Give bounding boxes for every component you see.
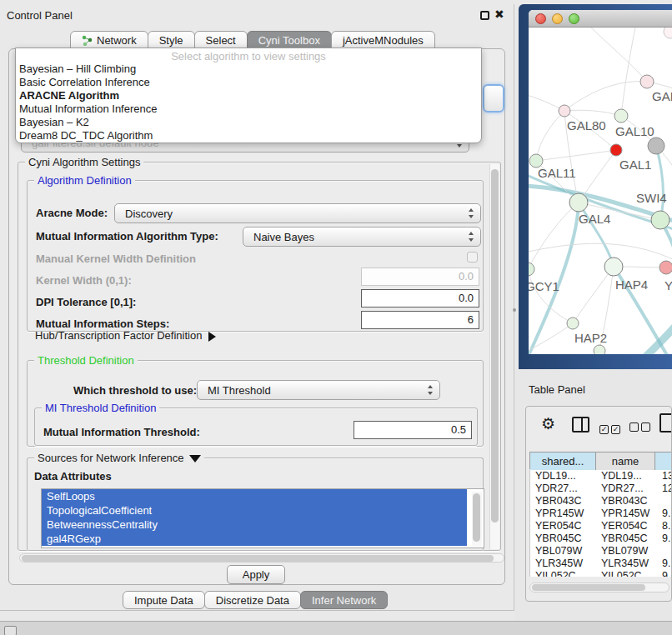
mi-threshold-title: MI Threshold Definition bbox=[42, 402, 159, 414]
table-row[interactable]: YBL079WYBL079W bbox=[530, 545, 672, 558]
network-edge[interactable] bbox=[536, 150, 616, 161]
network-edge[interactable] bbox=[536, 111, 564, 161]
which-threshold-combo[interactable]: MI Threshold bbox=[197, 380, 440, 400]
float-icon[interactable] bbox=[480, 11, 489, 20]
network-edge[interactable] bbox=[564, 82, 647, 111]
scrollbar-thumb[interactable] bbox=[491, 169, 499, 522]
checked-columns-icon[interactable]: ✓✓ bbox=[599, 420, 623, 435]
column-header-name[interactable]: name bbox=[596, 452, 655, 470]
tab-network[interactable]: Network bbox=[70, 31, 148, 49]
control-panel-title: Control Panel bbox=[7, 9, 73, 22]
node-gray[interactable] bbox=[648, 138, 664, 154]
algorithm-combo-focus-fragment[interactable] bbox=[483, 84, 504, 112]
column-header-shared[interactable]: shared... bbox=[530, 452, 596, 470]
network-edge[interactable] bbox=[591, 28, 647, 82]
scrollbar-thumb[interactable] bbox=[22, 555, 494, 562]
node-gal1[interactable] bbox=[610, 144, 622, 156]
tab-infer-network[interactable]: Infer Network bbox=[300, 591, 388, 609]
node-hap4[interactable] bbox=[604, 258, 623, 276]
node-hap2[interactable] bbox=[567, 318, 579, 329]
node-gal10[interactable] bbox=[614, 109, 628, 122]
node-salmon[interactable] bbox=[659, 261, 672, 274]
table-row[interactable]: YBR045CYBR045C9. bbox=[530, 532, 672, 545]
table-row[interactable]: YPR145WYPR145W9. bbox=[530, 508, 672, 520]
page-icon[interactable] bbox=[659, 413, 672, 432]
column-header-a[interactable]: A bbox=[655, 452, 672, 470]
tab-impute-data[interactable]: Impute Data bbox=[123, 591, 205, 609]
table-row[interactable]: YLR345WYLR345W9. bbox=[530, 558, 672, 570]
node-gcy1[interactable] bbox=[529, 262, 534, 276]
network-canvas[interactable]: GALGAL80GAL10GAL1GAL11SWI4GAL4GCY1HAP4YH… bbox=[529, 28, 672, 354]
node-gal4[interactable] bbox=[569, 193, 588, 212]
table-row[interactable]: YER054CYER054C8. bbox=[530, 520, 672, 532]
node-gal80[interactable] bbox=[559, 105, 570, 117]
attribute-item-topologicalcoefficient[interactable]: TopologicalCoefficient bbox=[42, 503, 467, 518]
manual-kernel-checkbox[interactable] bbox=[467, 252, 478, 262]
attribute-item-betweennesscentrality[interactable]: BetweennessCentrality bbox=[42, 518, 467, 532]
zoom-traffic-light-icon[interactable] bbox=[569, 13, 579, 24]
scrollbar-thumb[interactable] bbox=[532, 584, 645, 591]
mi-type-combo[interactable]: Naive Bayes bbox=[243, 227, 481, 247]
gear-icon[interactable]: ⚙ bbox=[541, 414, 555, 433]
algorithm-item-bayesian-k2[interactable]: Bayesian – K2 bbox=[16, 116, 481, 129]
algorithm-item-aracne-algorithm[interactable]: ARACNE Algorithm bbox=[16, 89, 481, 102]
algorithm-item-bayesian-hill-climbing[interactable]: Bayesian – Hill Climbing bbox=[16, 62, 481, 76]
network-edge[interactable] bbox=[621, 28, 635, 116]
network-edge[interactable] bbox=[529, 202, 579, 354]
scrollbar-thumb[interactable] bbox=[473, 493, 480, 542]
aracne-mode-combo[interactable]: Discovery bbox=[114, 203, 481, 223]
panel-splitter-handle[interactable] bbox=[513, 308, 516, 312]
table-row[interactable]: YBR043CYBR043C bbox=[530, 495, 672, 508]
algorithm-item-basic-correlation-inference[interactable]: Basic Correlation Inference bbox=[16, 76, 481, 89]
tab-style[interactable]: Style bbox=[148, 31, 195, 49]
data-attributes-list[interactable]: SelfLoopsTopologicalCoefficientBetweenne… bbox=[41, 488, 484, 548]
sources-title[interactable]: Sources for Network Inference bbox=[34, 452, 204, 464]
network-window-titlebar[interactable] bbox=[529, 10, 672, 28]
cell-value: 9 bbox=[662, 570, 668, 577]
network-edge[interactable] bbox=[564, 110, 621, 116]
list-vertical-scrollbar[interactable] bbox=[472, 492, 482, 547]
minimized-window-icon[interactable] bbox=[4, 626, 17, 635]
dpi-tolerance-label: DPI Tolerance [0,1]: bbox=[36, 296, 136, 308]
algorithm-item-dream8-dc-tdc-algorithm[interactable]: Dream8 DC_TDC Algorithm bbox=[16, 129, 481, 142]
table-row[interactable]: YIL052CYIL052C9 bbox=[530, 570, 672, 577]
unchecked-columns-icon[interactable] bbox=[629, 420, 653, 435]
network-edge[interactable] bbox=[579, 150, 616, 202]
mi-threshold-field[interactable]: 0.5 bbox=[354, 421, 472, 439]
apply-button[interactable]: Apply bbox=[227, 565, 285, 584]
sources-group: Sources for Network Inference Data Attri… bbox=[27, 458, 484, 551]
minimize-traffic-light-icon[interactable] bbox=[552, 13, 563, 24]
table-horizontal-scrollbar[interactable] bbox=[529, 582, 669, 592]
node-swi4[interactable] bbox=[651, 211, 669, 229]
network-edge[interactable] bbox=[529, 202, 579, 269]
tab-jactivemnodules[interactable]: jActiveMNodules bbox=[331, 31, 435, 49]
node-top-corner[interactable] bbox=[664, 28, 672, 38]
close-traffic-light-icon[interactable] bbox=[535, 13, 546, 24]
settings-vertical-scrollbar[interactable] bbox=[489, 164, 499, 549]
close-icon[interactable]: ✖ bbox=[494, 8, 504, 21]
tab-cyni-toolbox[interactable]: Cyni Toolbox bbox=[247, 31, 332, 49]
network-edge[interactable] bbox=[573, 267, 614, 323]
table-panel-box: ⚙ ✓✓ shared...nameA YDL19...YDL19...13YD… bbox=[525, 406, 672, 602]
settings-horizontal-scrollbar[interactable] bbox=[19, 553, 504, 562]
kernel-width-field[interactable]: 0.0 bbox=[361, 268, 479, 286]
tab-discretize-data[interactable]: Discretize Data bbox=[204, 591, 301, 609]
table-row[interactable]: YDR27...YDR27...12 bbox=[530, 482, 672, 495]
algorithm-item-mutual-information-inference[interactable]: Mutual Information Inference bbox=[16, 102, 481, 116]
network-edge[interactable] bbox=[656, 146, 664, 220]
split-columns-icon[interactable] bbox=[572, 417, 589, 432]
node-bottom[interactable] bbox=[594, 345, 605, 354]
hub-section-toggle[interactable]: Hub/Transcription Factor Definition bbox=[35, 329, 216, 342]
control-panel-titlebar[interactable]: Control Panel ✖ bbox=[0, 4, 514, 26]
algorithm-popup: Select algorithm to view settings Bayesi… bbox=[15, 48, 482, 143]
network-edge[interactable] bbox=[529, 243, 672, 261]
dpi-tolerance-field[interactable]: 0.0 bbox=[361, 289, 479, 308]
node-pink-top[interactable] bbox=[640, 75, 654, 88]
table-row[interactable]: YDL19...YDL19...13 bbox=[530, 470, 672, 482]
network-edge[interactable] bbox=[529, 269, 573, 323]
mi-steps-field[interactable]: 6 bbox=[361, 311, 479, 329]
attribute-item-gal4rgexp[interactable]: gal4RGexp bbox=[42, 532, 467, 546]
tab-select[interactable]: Select bbox=[194, 31, 248, 49]
collapsed-arrow-icon bbox=[208, 332, 216, 342]
attribute-item-selfloops[interactable]: SelfLoops bbox=[42, 489, 467, 503]
